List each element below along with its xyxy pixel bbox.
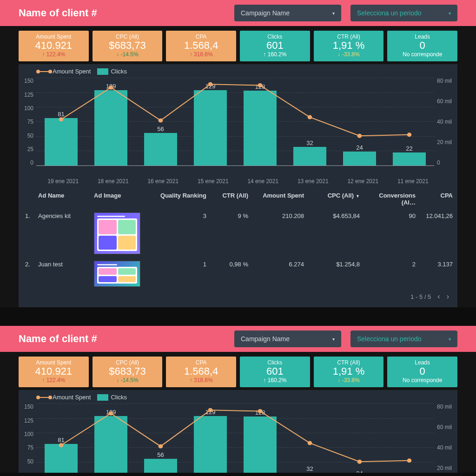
ad-image-thumb[interactable]: [94, 261, 140, 287]
metric-label: Clicks: [243, 359, 307, 366]
bar-column[interactable]: 22: [384, 78, 434, 165]
metric-card[interactable]: Amount Spent 410.921 ↑ 122.4%: [19, 31, 89, 61]
legend-bar-item[interactable]: Clicks: [97, 68, 127, 75]
table-col-header[interactable]: Conversions (Al…: [362, 191, 417, 207]
bar-column[interactable]: 128: [235, 403, 285, 473]
ads-table: Ad NameAd ImageQuality RankingCTR (All)A…: [19, 187, 457, 307]
table-col-header[interactable]: Amount Spent: [250, 191, 306, 200]
metric-card[interactable]: Amount Spent 410.921 ↑ 122.4%: [19, 357, 89, 387]
metric-value: 0: [390, 366, 455, 377]
table-col-header[interactable]: Quality Ranking: [148, 191, 208, 200]
metric-card[interactable]: CPC (All) $683,73 ↓ -14.5%: [93, 31, 163, 61]
table-pager: 1 - 5 / 5 ‹ ›: [19, 289, 457, 301]
bar-column[interactable]: 81: [36, 403, 86, 473]
bar-column[interactable]: 129: [185, 78, 235, 165]
metric-delta: ↑ 318.6%: [169, 377, 233, 383]
cpc-all: $1.254,8: [306, 260, 362, 269]
bar-column[interactable]: 81: [36, 78, 86, 165]
bar-column[interactable]: 129: [86, 403, 136, 473]
metric-label: Amount Spent: [21, 33, 86, 40]
metric-delta: ↓ -14.5%: [95, 51, 160, 58]
bar-column[interactable]: 32: [285, 78, 335, 165]
bar-label: 81: [45, 436, 78, 443]
x-tick: 13 ene 2021: [288, 178, 338, 185]
cpa: 12.041,26: [417, 212, 455, 220]
metric-delta: ↓ -33.8%: [317, 51, 381, 58]
client-title: Name of client #: [19, 7, 97, 19]
x-axis: 19 ene 202118 ene 202116 ene 202115 ene …: [24, 178, 452, 185]
period-label: Selecciona un periodo: [357, 9, 422, 17]
bar-column[interactable]: 56: [136, 403, 185, 473]
table-col-header[interactable]: Ad Image: [92, 191, 148, 200]
metric-value: 1,91 %: [317, 40, 381, 51]
y-axis-right: 80 mil60 mil40 mil20 mil0: [434, 403, 452, 473]
bar-column[interactable]: 32: [285, 403, 335, 473]
bar-label: 32: [293, 465, 326, 472]
campaign-dropdown[interactable]: Campaign Name ▾: [234, 331, 341, 347]
ad-name: Juan test: [36, 260, 92, 269]
metric-label: CPA: [169, 359, 233, 366]
table-col-header[interactable]: CTR (All): [208, 191, 250, 200]
metric-card[interactable]: CPC (All) $683,73 ↓ -14.5%: [93, 357, 163, 387]
metric-label: Leads: [390, 33, 455, 40]
ad-image-thumb[interactable]: [94, 212, 140, 254]
campaign-label: Campaign Name: [241, 9, 290, 17]
metric-delta: ↓ -14.5%: [95, 377, 160, 383]
period-dropdown[interactable]: Selecciona un periodo ▾: [350, 5, 457, 21]
ad-image-cell: [92, 212, 148, 255]
table-row[interactable]: 1. Agencies kit 3 9 % 210.208 $4.653,84 …: [19, 208, 457, 256]
metric-label: Leads: [390, 359, 455, 366]
legend-line-item[interactable]: Amount Spent: [38, 68, 91, 75]
bar-column[interactable]: 129: [185, 403, 235, 473]
header-band: Name of client # Campaign Name ▾ Selecci…: [0, 326, 476, 352]
table-col-header[interactable]: CPA: [417, 191, 455, 200]
table-col-header[interactable]: Ad Name: [36, 191, 92, 200]
bar-column[interactable]: 56: [136, 78, 185, 165]
ad-name: Agencies kit: [36, 212, 92, 220]
bar-column[interactable]: 129: [86, 78, 136, 165]
bar-label: 56: [144, 126, 177, 132]
legend-bar-item[interactable]: Clicks: [97, 394, 127, 401]
bar-column[interactable]: 22: [384, 403, 434, 473]
table-header: Ad NameAd ImageQuality RankingCTR (All)A…: [19, 187, 457, 208]
pager-next-icon[interactable]: ›: [447, 292, 449, 301]
table-row[interactable]: 2. Juan test 1 0,98 % 6.274 $1.254,8 2 3…: [19, 256, 457, 289]
pager-prev-icon[interactable]: ‹: [437, 292, 440, 301]
metric-label: CTR (All): [317, 359, 381, 366]
table-col-header[interactable]: CPC (All)▼: [306, 191, 362, 200]
metric-card[interactable]: CPA 1.568,4 ↑ 318.6%: [166, 31, 236, 61]
bar-label: 128: [244, 83, 277, 90]
period-dropdown[interactable]: Selecciona un periodo ▾: [350, 331, 457, 347]
metric-delta: ↑ 318.6%: [169, 51, 233, 58]
metric-value: 1.568,4: [169, 40, 233, 51]
bar-label: 129: [94, 83, 127, 90]
metric-card[interactable]: CPA 1.568,4 ↑ 318.6%: [166, 357, 236, 387]
metric-card[interactable]: Clicks 601 ↑ 160.2%: [240, 357, 310, 387]
bar-label: 129: [194, 83, 227, 90]
metric-label: CPC (All): [95, 33, 160, 40]
legend-line-item[interactable]: Amount Spent: [38, 394, 91, 401]
metric-value: 410.921: [21, 366, 86, 377]
metric-card[interactable]: Leads 0 No corresponde: [387, 357, 457, 387]
metric-card[interactable]: CTR (All) 1,91 % ↓ -33.8%: [314, 31, 384, 61]
table-col-header[interactable]: [23, 191, 36, 193]
bar-column[interactable]: 24: [335, 78, 384, 165]
campaign-dropdown[interactable]: Campaign Name ▾: [234, 5, 341, 21]
x-tick: 16 ene 2021: [138, 178, 188, 185]
chart-plot[interactable]: 81 129 56 129 128 32 24 22: [36, 78, 434, 166]
bar-column[interactable]: 24: [335, 403, 384, 473]
chart-plot[interactable]: 81 129 56 129 128 32 24 22: [36, 403, 434, 473]
metric-card[interactable]: CTR (All) 1,91 % ↓ -33.8%: [314, 357, 384, 387]
metric-label: Amount Spent: [21, 359, 86, 366]
metric-card[interactable]: Leads 0 No corresponde: [387, 31, 457, 61]
amount-spent: 210.208: [250, 212, 306, 220]
quality-ranking: 1: [148, 260, 208, 269]
metric-cards: Amount Spent 410.921 ↑ 122.4% CPC (All) …: [0, 31, 476, 64]
bar-label: 129: [94, 409, 127, 416]
metric-label: CPC (All): [95, 359, 160, 366]
bar-label: 129: [194, 409, 227, 416]
bar-column[interactable]: 128: [235, 78, 285, 165]
metric-card[interactable]: Clicks 601 ↑ 160.2%: [240, 31, 310, 61]
y-axis-left: 1501251007550250: [24, 78, 36, 166]
chart-panel: Amount Spent Clicks 1501251007550250 81 …: [19, 64, 457, 187]
